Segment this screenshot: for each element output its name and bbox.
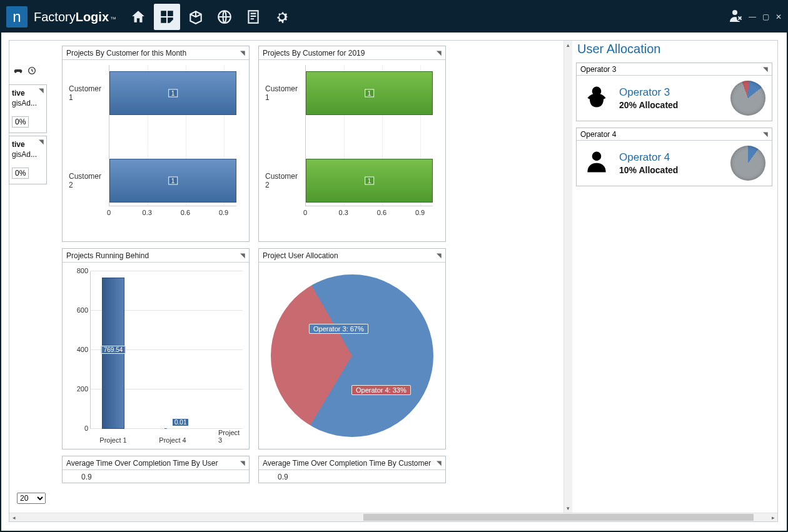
panel-projects-running-behind: Projects Running Behind◥ 0 200 400 600 8… <box>62 248 250 449</box>
expand-icon[interactable]: ◥ <box>240 49 245 56</box>
left-card-line2: gisAd... <box>12 150 44 159</box>
left-sidebar: ◥ tive gisAd... 0% ◥ tive gisAd... 0% 20 <box>9 41 47 521</box>
user-allocation-card[interactable]: Operator 3◥ Operator 3 20% Allocated <box>576 63 772 121</box>
panel-title: Average Time Over Completion Time By Cus… <box>263 459 431 468</box>
vbar-chart-behind: 0 200 400 600 800 769.54 0.01 Project 1 <box>66 268 245 444</box>
x-category-label: Project 1 <box>99 436 126 444</box>
y-category-label: Customer 1 <box>69 84 106 102</box>
y-tick: 400 <box>77 346 88 353</box>
user-allocation-card[interactable]: Operator 4◥ Operator 4 10% Allocated <box>576 128 772 186</box>
expand-icon[interactable]: ◥ <box>240 252 245 259</box>
scroll-left-icon[interactable]: ◂ <box>9 513 18 521</box>
x-tick: 0.3 <box>143 209 152 216</box>
brand-tm: ™ <box>110 16 116 23</box>
document-toolbar-button[interactable] <box>240 4 266 30</box>
ua-mini-pie <box>730 146 765 181</box>
x-tick: 0.3 <box>339 209 348 216</box>
minimize-button[interactable]: — <box>749 13 756 21</box>
expand-icon[interactable]: ◥ <box>437 252 442 259</box>
y-category-label: Customer 2 <box>265 172 303 189</box>
x-category-label: Project 4 <box>159 436 186 444</box>
clock-icon[interactable] <box>27 66 37 78</box>
person-icon <box>583 148 610 178</box>
x-tick: 0 <box>303 209 307 216</box>
bar-value-label: 1 <box>365 89 375 98</box>
gamepad-icon[interactable] <box>13 66 23 78</box>
bar-value-label: 1 <box>365 177 375 185</box>
bar-value-label: 1 <box>168 89 178 98</box>
user-menu-icon[interactable] <box>729 8 744 26</box>
ua-allocation: 10% Allocated <box>619 165 722 175</box>
x-tick: 0.9 <box>219 209 228 216</box>
scroll-up-icon[interactable]: ▴ <box>564 41 572 49</box>
y-tick: 600 <box>77 306 88 314</box>
panel-title: Average Time Over Completion Time By Use… <box>66 459 218 468</box>
dashboard-toolbar-button[interactable] <box>154 4 180 30</box>
panel-projects-by-customer-year: Projects By Customer for 2019◥ 1 1 Custo… <box>258 46 446 242</box>
maximize-button[interactable]: ▢ <box>762 13 769 21</box>
y-category-label: Customer 1 <box>265 84 303 102</box>
y-tick: 0 <box>84 424 88 432</box>
vertical-scrollbar[interactable]: ▴ ▾ <box>563 41 572 513</box>
scroll-down-icon[interactable]: ▾ <box>564 504 572 513</box>
ua-mini-pie <box>730 81 765 116</box>
pie-slice-label: Operator 4: 33% <box>351 385 411 395</box>
left-pagesize-select[interactable]: 20 <box>17 493 46 504</box>
expand-icon[interactable]: ◥ <box>39 138 44 145</box>
ua-name: Operator 4 <box>619 151 722 164</box>
package-toolbar-button[interactable] <box>183 4 209 30</box>
bar-value-label: 769.54 <box>101 346 126 354</box>
left-card-pct: 0% <box>12 168 29 179</box>
ua-allocation: 20% Allocated <box>619 100 722 110</box>
main-dashboard-area: Projects By Customer for this Month◥ 1 1… <box>47 41 572 521</box>
pie-slice-label: Operator 3: 67% <box>309 324 368 334</box>
chart-tick: 0.9 <box>259 470 445 486</box>
x-tick: 0 <box>107 209 111 216</box>
expand-icon[interactable]: ◥ <box>763 131 768 138</box>
panel-title: Projects By Customer for 2019 <box>263 49 365 58</box>
svg-rect-0 <box>161 11 166 16</box>
pie-chart-allocation <box>271 274 433 437</box>
x-tick: 0.9 <box>415 209 425 216</box>
settings-toolbar-button[interactable] <box>269 4 295 30</box>
hbar-chart-year: 1 1 Customer 1 Customer 2 0 0.3 0.6 0.9 <box>265 65 439 221</box>
close-button[interactable]: ✕ <box>775 13 782 21</box>
panel-title: Projects Running Behind <box>66 251 149 260</box>
y-tick: 800 <box>77 267 88 274</box>
panel-projects-by-customer-month: Projects By Customer for this Month◥ 1 1… <box>62 46 250 242</box>
panel-avg-time-by-user: Average Time Over Completion Time By Use… <box>62 456 250 483</box>
ua-card-head: Operator 3 <box>580 65 616 74</box>
panel-avg-time-by-customer: Average Time Over Completion Time By Cus… <box>258 456 446 483</box>
right-panel-title: User Allocation <box>577 42 772 56</box>
y-tick: 200 <box>77 385 88 393</box>
window-controls: — ▢ ✕ <box>749 13 782 21</box>
left-clipped-card[interactable]: ◥ tive gisAd... 0% <box>9 84 47 133</box>
expand-icon[interactable]: ◥ <box>437 459 442 466</box>
bar-value-label: 1 <box>168 177 178 185</box>
chart-tick: 0.9 <box>63 470 249 486</box>
svg-point-5 <box>732 10 737 15</box>
person-icon <box>583 83 610 113</box>
y-category-label: Customer 2 <box>69 172 106 189</box>
right-user-allocation-panel: User Allocation Operator 3◥ Operator 3 2… <box>572 41 777 521</box>
brand-part1: Factory <box>34 10 76 24</box>
titlebar: n FactoryLogix™ — ▢ ✕ <box>1 1 787 33</box>
hbar-chart-month: 1 1 Customer 1 Customer 2 0 0.3 0.6 0.9 <box>69 65 243 221</box>
expand-icon[interactable]: ◥ <box>240 459 245 466</box>
brand-logo: n <box>6 6 28 28</box>
home-toolbar-button[interactable] <box>125 4 151 30</box>
expand-icon[interactable]: ◥ <box>437 49 442 56</box>
ua-name: Operator 3 <box>619 86 722 99</box>
x-tick: 0.6 <box>181 209 190 216</box>
left-clipped-card[interactable]: ◥ tive gisAd... 0% <box>9 136 47 184</box>
brand-text: FactoryLogix™ <box>34 10 116 24</box>
x-category-label: Project 3 <box>218 429 240 444</box>
scroll-right-icon[interactable]: ▸ <box>769 513 777 521</box>
expand-icon[interactable]: ◥ <box>763 66 768 73</box>
brand-part2: Logix <box>76 10 109 24</box>
horizontal-scrollbar[interactable]: ◂ ▸ <box>9 513 777 521</box>
expand-icon[interactable]: ◥ <box>39 87 44 94</box>
svg-rect-1 <box>168 11 173 16</box>
panel-title: Projects By Customer for this Month <box>66 49 186 58</box>
globe-toolbar-button[interactable] <box>211 4 238 30</box>
